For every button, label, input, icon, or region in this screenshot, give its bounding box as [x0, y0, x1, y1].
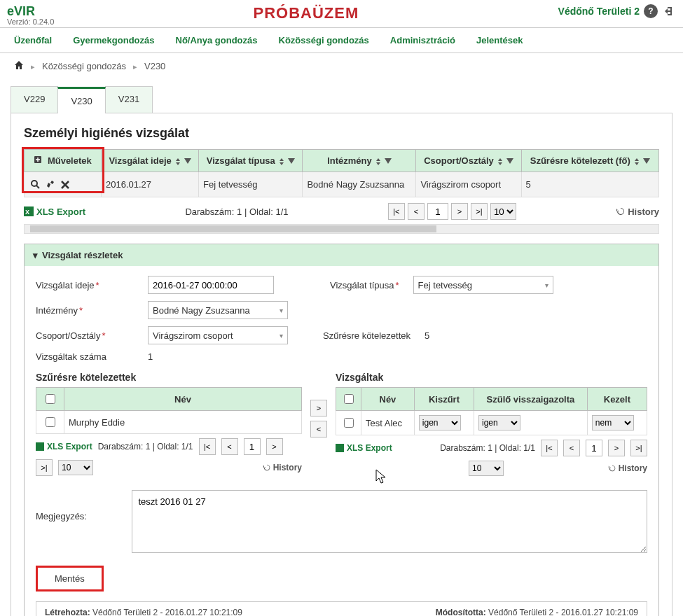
tab-v230[interactable]: V230 [57, 87, 105, 113]
left-count: Darabszám: 1 | Oldal: 1/1 [98, 442, 193, 451]
left-row-check[interactable] [46, 417, 55, 427]
right-row-name: Test Alec [361, 411, 415, 435]
value-req: 5 [425, 330, 429, 341]
help-icon[interactable]: ? [644, 4, 658, 18]
left-xls-export[interactable]: XLS Export [36, 442, 92, 451]
notes-row: Megjegyzés: teszt 2016 01 27 [36, 490, 647, 553]
pager-first-icon[interactable]: |< [388, 203, 405, 220]
col-inst[interactable]: Intézmény [303, 150, 416, 172]
tab-bar: V229 V230 V231 [11, 86, 672, 113]
input-time[interactable] [148, 276, 274, 294]
left-pager-next-icon[interactable]: > [266, 438, 283, 455]
label-req: Szűrésre kötelezettek [323, 330, 411, 341]
transfer-buttons: > < [309, 372, 329, 438]
right-pager-page[interactable] [586, 440, 602, 456]
cursor-icon [375, 469, 387, 484]
user-name: Védőnő Területi 2 [558, 6, 640, 17]
right-pager-last-icon[interactable]: >| [630, 440, 647, 456]
audit-modified-label: Módosította: [436, 608, 486, 616]
select-type[interactable]: Fej tetvesség [413, 276, 553, 294]
left-col-name[interactable]: Név [64, 388, 302, 411]
right-xls-export[interactable]: XLS Export [336, 443, 392, 453]
crumb-page: V230 [144, 61, 165, 71]
pager-prev-icon[interactable]: < [408, 203, 425, 220]
right-col-filt[interactable]: Kiszűrt [414, 388, 474, 411]
col-type[interactable]: Vizsgálat típusa [199, 150, 303, 172]
right-pager-prev-icon[interactable]: < [563, 440, 580, 456]
left-check-all[interactable] [46, 394, 55, 404]
left-history[interactable]: History [263, 463, 302, 472]
tab-v231[interactable]: V231 [105, 86, 153, 113]
cell-type: Fej tetvesség [199, 172, 303, 197]
audit-bar: Létrehozta: Védőnő Területi 2 - 2016.01.… [36, 601, 647, 616]
logo-block: eVIR Verzió: 0.24.0 [7, 4, 54, 26]
label-grp: Csoport/Osztály* [36, 330, 134, 341]
history-link[interactable]: History [616, 206, 659, 217]
right-col-name[interactable]: Név [361, 388, 415, 411]
label-time: Vizsgálat ideje* [36, 280, 134, 290]
select-grp[interactable]: Virágszirom csoport [148, 326, 288, 344]
right-row-trt[interactable]: nem [592, 415, 634, 430]
left-pager-prev-icon[interactable]: < [221, 438, 238, 455]
right-pager-next-icon[interactable]: > [608, 440, 625, 456]
save-button[interactable]: Mentés [36, 566, 104, 592]
left-pager-first-icon[interactable]: |< [199, 438, 216, 455]
grid-pager: |< < > >| 10 [388, 203, 516, 220]
details-header[interactable]: ▾ Vizsgálat részletek [25, 244, 658, 266]
label-type: Vizsgálat típusa* [330, 280, 399, 290]
right-col-par[interactable]: Szülő visszaigazolta [474, 388, 588, 411]
move-left-icon[interactable]: < [310, 421, 327, 438]
edit-icon[interactable] [44, 178, 57, 190]
right-row-filt[interactable]: igen [419, 415, 461, 430]
right-pager-size[interactable]: 10 [469, 461, 504, 476]
col-req[interactable]: Szűrésre kötelezett (fő) [521, 150, 658, 172]
left-pager-size[interactable]: 10 [58, 460, 93, 475]
right-col-trt[interactable]: Kezelt [587, 388, 647, 411]
pager-last-icon[interactable]: >| [471, 203, 488, 220]
svg-line-2 [36, 186, 39, 188]
audit-created-value: Védőnő Területi 2 - 2016.01.27 10:21:09 [90, 608, 242, 616]
right-count: Darabszám: 1 | Oldal: 1/1 [440, 443, 535, 453]
breadcrumb: Közösségi gondozás V230 [0, 53, 683, 79]
delete-icon[interactable] [59, 178, 71, 191]
nav-item-admin[interactable]: Adminisztráció [390, 35, 455, 46]
left-pager-page[interactable] [244, 438, 261, 455]
nav-item-jelentesek[interactable]: Jelentések [476, 35, 523, 46]
tab-v229[interactable]: V229 [11, 86, 58, 113]
nav-item-noanya[interactable]: Nő/Anya gondozás [176, 35, 258, 46]
nav-item-kozossegi[interactable]: Közösségi gondozás [279, 35, 369, 46]
move-right-icon[interactable]: > [310, 400, 327, 416]
pager-next-icon[interactable]: > [451, 203, 468, 220]
col-grp[interactable]: Csoport/Osztály [416, 150, 521, 172]
right-history[interactable]: History [608, 463, 647, 473]
left-row[interactable]: Murphy Eddie [36, 411, 302, 434]
home-icon[interactable] [14, 60, 24, 72]
notes-textarea[interactable]: teszt 2016 01 27 [132, 490, 647, 553]
select-inst[interactable]: Bodné Nagy Zsuzsanna [148, 301, 288, 319]
horizontal-scrollbar[interactable] [24, 224, 659, 234]
caret-down-icon: ▾ [33, 250, 38, 260]
right-row[interactable]: Test Alec igen igen nem [336, 411, 647, 435]
plus-icon[interactable] [34, 155, 45, 166]
crumb-sep-icon [31, 61, 35, 71]
label-notes: Megjegyzés: [36, 490, 118, 522]
grid-row[interactable]: 2016.01.27 Fej tetvesség Bodné Nagy Zsuz… [25, 172, 659, 197]
nav-item-uzenofal[interactable]: Üzenőfal [14, 35, 52, 46]
right-pager-first-icon[interactable]: |< [541, 440, 558, 456]
pager-size-select[interactable]: 10 [490, 203, 516, 220]
right-title: Vizsgáltak [336, 372, 647, 383]
view-icon[interactable] [29, 178, 41, 190]
top-bar: eVIR Verzió: 0.24.0 PRÓBAÜZEM Védőnő Ter… [0, 0, 683, 28]
right-check-all[interactable] [344, 394, 354, 404]
right-row-par[interactable]: igen [478, 415, 520, 430]
right-row-check[interactable] [344, 418, 354, 428]
logout-icon[interactable] [662, 4, 676, 18]
crumb-section[interactable]: Közösségi gondozás [42, 61, 126, 71]
col-time[interactable]: Vizsgálat ideje [102, 150, 199, 172]
left-pager-last-icon[interactable]: >| [36, 459, 53, 476]
xls-export-link[interactable]: X XLS Export [24, 206, 85, 217]
nav-item-gyermek[interactable]: Gyermekgondozás [73, 35, 154, 46]
svg-rect-6 [336, 444, 344, 452]
left-row-name: Murphy Eddie [64, 411, 302, 434]
pager-page-input[interactable] [427, 203, 448, 220]
